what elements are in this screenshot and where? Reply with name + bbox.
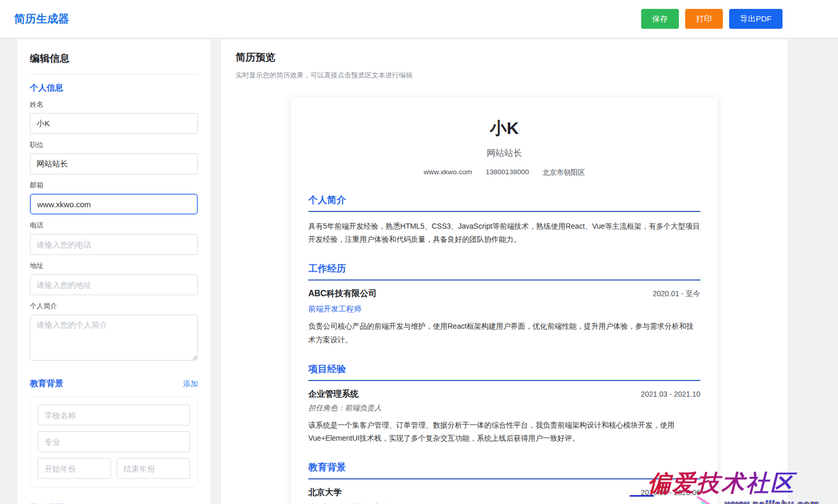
name-input[interactable] bbox=[30, 113, 198, 134]
preview-title: 简历预览 bbox=[236, 51, 773, 64]
work-period[interactable]: 2020.01 - 至今 bbox=[653, 289, 700, 299]
education-section-head: 教育背景 添加 bbox=[30, 378, 198, 389]
address-label: 地址 bbox=[30, 261, 198, 271]
summary-section-heading: 个人简介 bbox=[308, 194, 700, 212]
summary-text[interactable]: 具有5年前端开发经验，熟悉HTML5、CSS3、JavaScript等前端技术，… bbox=[308, 220, 700, 246]
resume-summary-section: 个人简介 具有5年前端开发经验，熟悉HTML5、CSS3、JavaScript等… bbox=[308, 194, 700, 246]
export-pdf-button[interactable]: 导出PDF bbox=[729, 9, 783, 29]
resume-paper: 小K 网站站长 www.xkwo.com 13800138000 北京市朝阳区 … bbox=[291, 97, 718, 504]
name-field-group: 姓名 bbox=[30, 100, 198, 134]
summary-label: 个人简介 bbox=[30, 301, 198, 311]
contact-website[interactable]: www.xkwo.com bbox=[424, 168, 472, 177]
personal-info-heading: 个人信息 bbox=[30, 83, 198, 94]
work-section-heading: 工作经历 bbox=[308, 262, 700, 281]
contact-address[interactable]: 北京市朝阳区 bbox=[542, 168, 585, 177]
end-year-input[interactable] bbox=[117, 458, 190, 479]
education-entry-card bbox=[30, 397, 198, 487]
position-input[interactable] bbox=[30, 153, 198, 174]
work-item-head: ABC科技有限公司 2020.01 - 至今 bbox=[308, 288, 700, 299]
project-section-heading: 项目经验 bbox=[308, 363, 700, 381]
editor-title: 编辑信息 bbox=[30, 52, 198, 74]
phone-label: 电话 bbox=[30, 221, 198, 230]
project-description[interactable]: 该系统是一个集客户管理、订单管理、数据分析于一体的综合性平台，我负责前端架构设计… bbox=[308, 419, 700, 445]
school-name-input[interactable] bbox=[38, 405, 190, 425]
education-heading: 教育背景 bbox=[30, 378, 63, 389]
project-item-head: 企业管理系统 2021.03 - 2021.10 bbox=[308, 389, 700, 400]
start-year-input[interactable] bbox=[38, 458, 111, 479]
resume-project-section: 项目经验 企业管理系统 2021.03 - 2021.10 担任角色：前端负责人… bbox=[308, 363, 700, 445]
address-field-group: 地址 bbox=[30, 261, 198, 295]
email-field-group: 邮箱 bbox=[30, 181, 198, 215]
name-label: 姓名 bbox=[30, 100, 198, 109]
header-actions: 保存 打印 导出PDF bbox=[641, 9, 783, 29]
work-description[interactable]: 负责公司核心产品的前端开发与维护，使用React框架构建用户界面，优化前端性能，… bbox=[308, 320, 700, 346]
email-label: 邮箱 bbox=[30, 181, 198, 190]
summary-field-group: 个人简介 bbox=[30, 301, 198, 363]
app-title: 简历生成器 bbox=[14, 12, 69, 26]
preview-subtitle: 实时显示您的简历效果，可以直接点击预览区文本进行编辑 bbox=[236, 71, 773, 80]
major-input[interactable] bbox=[38, 431, 190, 452]
project-period[interactable]: 2021.03 - 2021.10 bbox=[641, 390, 700, 398]
phone-field-group: 电话 bbox=[30, 221, 198, 255]
education-section-heading: 教育背景 bbox=[308, 461, 700, 479]
summary-textarea[interactable] bbox=[30, 315, 198, 361]
project-role-line[interactable]: 担任角色：前端负责人 bbox=[308, 404, 700, 413]
education-item-head: 北京大学 2016.09 - 2020.06 bbox=[308, 487, 700, 498]
position-label: 职位 bbox=[30, 140, 198, 150]
education-school[interactable]: 北京大学 bbox=[308, 487, 342, 498]
resume-work-section: 工作经历 ABC科技有限公司 2020.01 - 至今 前端开发工程师 负责公司… bbox=[308, 262, 700, 346]
save-button[interactable]: 保存 bbox=[641, 9, 679, 29]
contact-phone[interactable]: 13800138000 bbox=[486, 168, 529, 177]
education-period[interactable]: 2016.09 - 2020.06 bbox=[641, 488, 700, 497]
position-field-group: 职位 bbox=[30, 140, 198, 174]
resume-education-section: 教育背景 北京大学 2016.09 - 2020.06 计算机科学与技术 - 本… bbox=[308, 461, 700, 504]
address-input[interactable] bbox=[30, 274, 198, 295]
preview-panel: 简历预览 实时显示您的简历效果，可以直接点击预览区文本进行编辑 小K 网站站长 … bbox=[221, 39, 788, 504]
add-education-link[interactable]: 添加 bbox=[183, 379, 198, 389]
resume-name[interactable]: 小K bbox=[308, 117, 700, 140]
resume-job-title[interactable]: 网站站长 bbox=[308, 147, 700, 159]
resume-contact: www.xkwo.com 13800138000 北京市朝阳区 bbox=[308, 168, 700, 177]
print-button[interactable]: 打印 bbox=[685, 9, 723, 29]
app-header: 简历生成器 保存 打印 导出PDF bbox=[0, 0, 838, 38]
editor-sidebar: 编辑信息 个人信息 姓名 职位 邮箱 电话 地址 个人简介 教育背景 添加 bbox=[17, 39, 210, 504]
phone-input[interactable] bbox=[30, 234, 198, 255]
email-input[interactable] bbox=[30, 194, 198, 215]
education-years-row bbox=[38, 458, 190, 485]
work-company[interactable]: ABC科技有限公司 bbox=[308, 288, 377, 299]
project-name[interactable]: 企业管理系统 bbox=[308, 389, 359, 400]
work-role[interactable]: 前端开发工程师 bbox=[308, 304, 700, 314]
